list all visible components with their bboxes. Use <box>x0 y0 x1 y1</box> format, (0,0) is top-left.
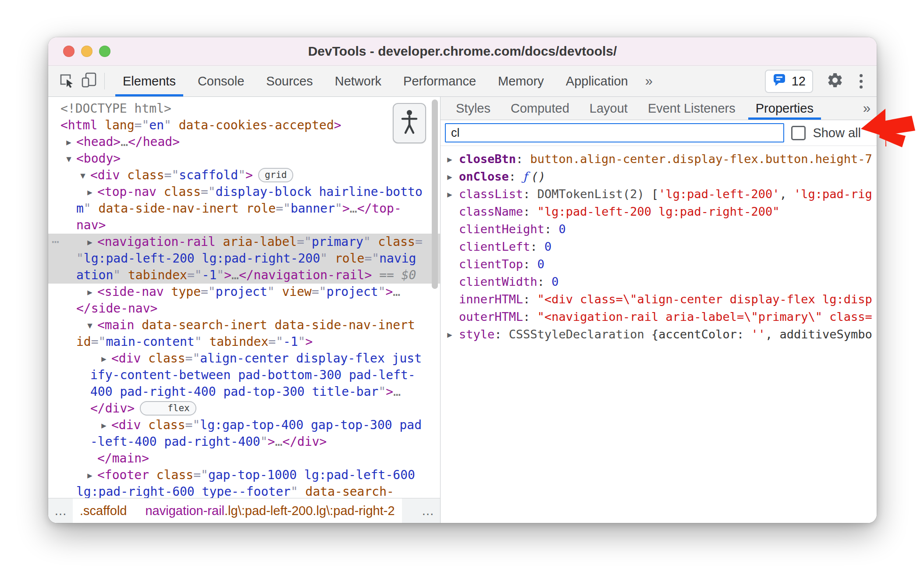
tab-console[interactable]: Console <box>187 66 255 96</box>
property-value: [ <box>651 187 658 201</box>
tab-elements[interactable]: Elements <box>112 66 187 96</box>
property-value: "<div class=\"align-center display-flex … <box>537 292 872 306</box>
property-value: button.align-center.display-flex.button.… <box>530 152 872 166</box>
accessibility-overlay-button[interactable] <box>393 103 426 143</box>
toolbar-divider <box>104 73 105 89</box>
title-bar: DevTools - developer.chrome.com/docs/dev… <box>48 37 877 66</box>
property-name: onClose <box>459 170 509 183</box>
show-all-checkbox[interactable] <box>791 126 806 140</box>
settings-button[interactable] <box>826 71 844 91</box>
more-options-button[interactable] <box>857 71 865 91</box>
devtools-window: DevTools - developer.chrome.com/docs/dev… <box>48 37 877 523</box>
layout-badge-flex[interactable]: flex <box>140 401 196 416</box>
zoom-window-button[interactable] <box>99 46 110 57</box>
dom-tree-node[interactable]: ▼<main data-search-inert data-side-nav-i… <box>48 317 440 350</box>
property-value: CSSStyleDeclaration <box>509 327 651 341</box>
console-messages-button[interactable]: 12 <box>765 70 813 93</box>
kebab-icon <box>860 74 863 77</box>
property-value: 0 <box>544 240 551 253</box>
property-row-closeBtn[interactable]: ▶closeBtn: button.align-center.display-f… <box>441 150 877 168</box>
property-row-style[interactable]: ▶style: CSSStyleDeclaration {accentColor… <box>441 326 877 343</box>
tab-performance[interactable]: Performance <box>392 66 487 96</box>
sidebar-tab-styles[interactable]: Styles <box>446 97 501 120</box>
breadcrumb-overflow-right[interactable]: … <box>416 498 440 523</box>
property-name: style <box>459 327 494 341</box>
dom-tree-node[interactable]: ▶<side-nav type="project" view="project"… <box>48 284 440 317</box>
tab-network[interactable]: Network <box>324 66 392 96</box>
dom-tree-node[interactable]: <!DOCTYPE html> <box>48 100 440 117</box>
traffic-lights <box>63 37 110 65</box>
property-name: innerHTML <box>459 292 523 306</box>
properties-filter-input[interactable] <box>445 123 784 142</box>
property-row-clientWidth[interactable]: clientWidth: 0 <box>441 273 877 291</box>
collapsed-arrow-icon[interactable]: ▶ <box>84 184 96 200</box>
breadcrumb-item-navigation-rail[interactable]: navigation-rail.lg\:pad-left-200.lg\:pad… <box>134 498 402 523</box>
tree-scrollbar-thumb[interactable] <box>432 100 438 289</box>
properties-list: ▶closeBtn: button.align-center.display-f… <box>441 146 877 523</box>
expanded-arrow-icon[interactable]: ▼ <box>84 317 96 334</box>
property-name: outerHTML <box>459 310 523 323</box>
dom-tree-node[interactable]: ▶<footer class="gap-top-1000 lg:pad-left… <box>48 467 440 498</box>
dom-tree-node[interactable]: ⋯▶<navigation-rail aria-label="primary" … <box>48 234 440 284</box>
breadcrumb-item-scaffold[interactable]: .scaffold <box>73 498 134 523</box>
main-split: <!DOCTYPE html><html lang="en" data-cook… <box>48 97 877 523</box>
property-name: closeBtn <box>459 152 516 166</box>
tab-memory[interactable]: Memory <box>487 66 555 96</box>
breadcrumb: … .scaffold navigation-rail.lg\:pad-left… <box>48 498 440 523</box>
console-message-count: 12 <box>792 74 806 89</box>
sidebar-tab-properties[interactable]: Properties <box>746 97 824 120</box>
console-message-icon <box>772 73 786 90</box>
property-value: 0 <box>551 275 558 288</box>
collapsed-arrow-icon[interactable]: ▶ <box>444 168 455 185</box>
property-row-clientLeft[interactable]: clientLeft: 0 <box>441 238 877 256</box>
collapsed-arrow-icon[interactable]: ▶ <box>84 234 96 250</box>
annotation-arrow-icon <box>860 104 918 155</box>
property-row-classList[interactable]: ▶classList: DOMTokenList(2) ['lg:pad-lef… <box>441 185 877 203</box>
dom-tree-node[interactable]: </main> <box>48 450 440 467</box>
collapsed-arrow-icon[interactable]: ▶ <box>98 350 110 367</box>
sidebar-tab-computed[interactable]: Computed <box>501 97 579 120</box>
property-row-className[interactable]: className: "lg:pad-left-200 lg:pad-right… <box>441 203 877 220</box>
device-toolbar-button[interactable] <box>78 66 101 96</box>
dom-tree: <!DOCTYPE html><html lang="en" data-cook… <box>48 97 440 498</box>
property-value: 'lg:pad-left-200' <box>658 187 779 201</box>
property-name: clientLeft <box>459 240 530 253</box>
breadcrumb-overflow-left[interactable]: … <box>48 498 73 523</box>
collapsed-arrow-icon[interactable]: ▶ <box>98 417 110 434</box>
sidebar-tab-layout[interactable]: Layout <box>579 97 638 120</box>
collapsed-arrow-icon[interactable]: ▶ <box>444 185 455 203</box>
tab-sources[interactable]: Sources <box>255 66 323 96</box>
property-row-clientHeight[interactable]: clientHeight: 0 <box>441 220 877 238</box>
expanded-arrow-icon[interactable]: ▼ <box>77 167 89 184</box>
layout-badge-grid[interactable]: grid <box>258 168 294 182</box>
sidebar-tab-event-listeners[interactable]: Event Listeners <box>638 97 746 120</box>
dom-tree-node[interactable]: ▶<div class="align-center display-flex j… <box>48 350 440 417</box>
collapsed-arrow-icon[interactable]: ▶ <box>444 150 455 168</box>
collapsed-arrow-icon[interactable]: ▶ <box>63 134 75 150</box>
property-row-onClose[interactable]: ▶onClose: ƒ () <box>441 168 877 185</box>
dom-tree-node[interactable]: <html lang="en" data-cookies-accepted> <box>48 117 440 134</box>
tab-application[interactable]: Application <box>555 66 639 96</box>
dom-tree-node[interactable]: ▶<div class="lg:gap-top-400 gap-top-300 … <box>48 417 440 450</box>
property-value: DOMTokenList(2) <box>537 187 651 201</box>
expanded-arrow-icon[interactable]: ▼ <box>63 150 75 167</box>
devtools-toolbar: ElementsConsoleSourcesNetworkPerformance… <box>48 66 877 97</box>
collapsed-arrow-icon[interactable]: ▶ <box>84 284 96 300</box>
property-row-clientTop[interactable]: clientTop: 0 <box>441 256 877 273</box>
more-panels-button[interactable]: » <box>639 66 659 96</box>
dom-tree-node[interactable]: ▶<top-nav class="display-block hairline-… <box>48 184 440 234</box>
dom-tree-node[interactable]: ▼<body> <box>48 150 440 167</box>
sidebar-tabs: StylesComputedLayoutEvent ListenersPrope… <box>441 97 877 120</box>
node-overflow-dots-icon[interactable]: ⋯ <box>52 234 60 250</box>
property-row-outerHTML[interactable]: outerHTML: "<navigation-rail aria-label=… <box>441 308 877 326</box>
inspect-element-button[interactable] <box>55 66 78 96</box>
collapsed-arrow-icon[interactable]: ▶ <box>84 467 96 483</box>
minimize-window-button[interactable] <box>81 46 92 57</box>
property-value: 'lg:pad-rig <box>794 187 872 201</box>
close-window-button[interactable] <box>63 46 75 57</box>
collapsed-arrow-icon[interactable]: ▶ <box>444 326 455 343</box>
property-name: clientHeight <box>459 222 544 236</box>
property-row-innerHTML[interactable]: innerHTML: "<div class=\"align-center di… <box>441 291 877 308</box>
dom-tree-node[interactable]: ▶<head>…</head> <box>48 134 440 150</box>
dom-tree-node[interactable]: ▼<div class="scaffold">grid <box>48 167 440 184</box>
